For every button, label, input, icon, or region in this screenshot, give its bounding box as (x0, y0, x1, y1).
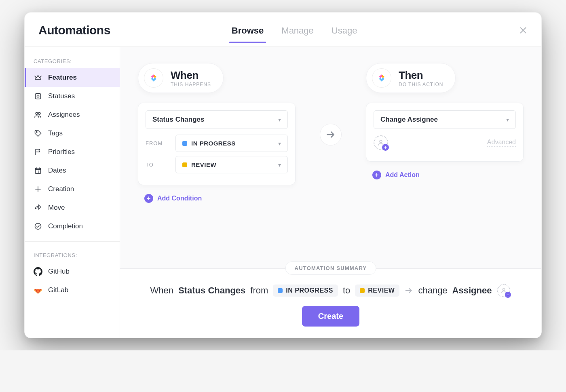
when-column: When THIS HAPPENS Status Changes ▾ FROM (138, 63, 296, 205)
summary-from-status: IN PROGRESS (286, 287, 333, 294)
to-status-name: REVIEW (191, 161, 216, 168)
then-header-pill: Then DO THIS ACTION (366, 63, 456, 93)
then-subtitle: DO THIS ACTION (399, 82, 443, 87)
from-status-name: IN PROGRESS (191, 140, 236, 147)
status-square-icon (34, 92, 42, 101)
svg-point-6 (36, 131, 37, 133)
modal-header: Automations Browse Manage Usage (25, 13, 541, 47)
sidebar-item-label: Creation (48, 185, 74, 193)
sidebar-item-completion[interactable]: Completion (25, 217, 120, 236)
summary-to-word: to (343, 285, 350, 296)
svg-text:1: 1 (38, 170, 39, 173)
svg-point-11 (503, 289, 505, 291)
sidebar-item-label: Move (48, 204, 65, 212)
from-label: FROM (146, 140, 170, 146)
status-dot-review (360, 288, 365, 293)
summary-add-assignee[interactable]: + (497, 284, 510, 297)
sidebar-heading-categories: CATEGORIES: (25, 53, 120, 68)
sidebar-item-label: Assignees (48, 111, 80, 119)
arrow-right-icon (404, 286, 413, 295)
sidebar-item-tags[interactable]: Tags (25, 124, 120, 143)
chevron-down-icon: ▾ (278, 140, 281, 147)
svg-point-10 (380, 140, 382, 143)
to-status-dropdown[interactable]: REVIEW ▾ (175, 156, 288, 173)
summary-to-chip: REVIEW (355, 285, 399, 297)
flag-icon (34, 148, 42, 156)
github-icon (34, 267, 42, 276)
plus-icon (34, 185, 42, 194)
to-row: TO REVIEW ▾ (146, 156, 288, 173)
sidebar-item-label: Priorities (48, 148, 75, 156)
sidebar-item-creation[interactable]: Creation (25, 180, 120, 198)
sidebar-item-features[interactable]: Features (25, 68, 120, 87)
when-subtitle: THIS HAPPENS (171, 82, 211, 87)
create-button[interactable]: Create (302, 306, 359, 327)
sidebar-item-github[interactable]: GitHub (25, 262, 120, 281)
chevron-down-icon: ▾ (506, 116, 509, 123)
automations-modal: Automations Browse Manage Usage CATEGORI… (24, 12, 542, 338)
plus-badge-icon: + (505, 292, 511, 298)
plus-circle-icon: + (372, 171, 381, 179)
sidebar-item-gitlab[interactable]: GitLab (25, 281, 120, 299)
check-circle-icon (34, 222, 42, 231)
add-action-button[interactable]: + Add Action (369, 168, 524, 182)
calendar-icon: 1 (34, 166, 42, 175)
summary-from-word: from (250, 285, 268, 296)
when-title: When (171, 69, 211, 82)
sidebar-item-priorities[interactable]: Priorities (25, 143, 120, 161)
status-dot-in-progress (182, 141, 187, 146)
sidebar-item-label: Features (48, 74, 77, 82)
tabs: Browse Manage Usage (232, 21, 357, 39)
arrow-right-icon (320, 124, 342, 145)
close-icon[interactable] (519, 26, 528, 35)
tab-usage[interactable]: Usage (332, 25, 357, 43)
sidebar-item-label: Statuses (48, 92, 75, 100)
clickup-logo-icon (144, 68, 163, 88)
sidebar-item-label: GitHub (48, 268, 70, 276)
svg-point-9 (35, 223, 41, 230)
action-label: Change Assignee (380, 116, 438, 124)
chevron-down-icon: ▾ (278, 116, 281, 123)
add-condition-button[interactable]: + Add Condition (141, 192, 296, 205)
modal-title: Automations (38, 23, 110, 37)
summary-line: When Status Changes from IN PROGRESS to … (150, 283, 511, 298)
action-dropdown[interactable]: Change Assignee ▾ (374, 110, 516, 129)
tab-manage[interactable]: Manage (281, 25, 314, 43)
sidebar-item-dates[interactable]: 1 Dates (25, 161, 120, 180)
summary-trigger: Status Changes (178, 285, 245, 296)
plus-badge-icon: + (382, 144, 389, 151)
sidebar-item-label: Completion (48, 222, 83, 230)
share-arrow-icon (34, 203, 42, 212)
sidebar-item-assignees[interactable]: Assignees (25, 105, 120, 124)
when-header-pill: When THIS HAPPENS (138, 63, 224, 93)
gitlab-icon (34, 286, 42, 295)
status-dot-review (182, 162, 187, 167)
tab-browse[interactable]: Browse (232, 25, 264, 43)
trigger-card: Status Changes ▾ FROM IN PROGRESS ▾ (138, 103, 296, 185)
sidebar-item-label: GitLab (48, 286, 68, 294)
advanced-link[interactable]: Advanced (487, 139, 516, 147)
people-icon (34, 110, 42, 119)
svg-rect-2 (35, 93, 40, 99)
main-panel: When THIS HAPPENS Status Changes ▾ FROM (120, 47, 541, 338)
summary-change-word: change (418, 285, 447, 296)
summary-when-word: When (150, 285, 173, 296)
summary-badge: AUTOMATION SUMMARY (285, 261, 376, 275)
trigger-dropdown[interactable]: Status Changes ▾ (146, 110, 288, 129)
sidebar-item-statuses[interactable]: Statuses (25, 87, 120, 105)
sidebar-item-move[interactable]: Move (25, 198, 120, 217)
from-status-dropdown[interactable]: IN PROGRESS ▾ (175, 135, 288, 152)
svg-rect-3 (37, 95, 39, 97)
sidebar-item-label: Dates (48, 166, 66, 175)
add-condition-label: Add Condition (157, 195, 202, 202)
sidebar-divider (25, 241, 120, 242)
tag-icon (34, 129, 42, 138)
to-label: TO (146, 162, 170, 168)
sidebar-heading-integrations: INTEGRATIONS: (25, 247, 120, 262)
summary-to-status: REVIEW (368, 287, 395, 294)
then-title: Then (399, 69, 443, 82)
chevron-down-icon: ▾ (278, 162, 281, 168)
then-column: Then DO THIS ACTION Change Assignee ▾ (366, 63, 524, 182)
plus-circle-icon: + (144, 194, 153, 203)
add-assignee-button[interactable]: + (374, 135, 388, 150)
